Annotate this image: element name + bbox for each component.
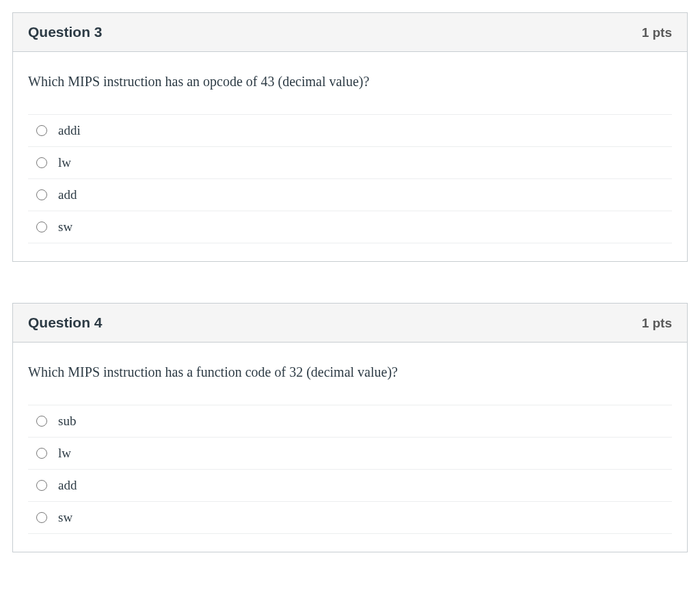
answer-list: sub lw add sw bbox=[28, 405, 672, 534]
question-header: Question 4 1 pts bbox=[13, 304, 687, 343]
answer-option[interactable]: sw bbox=[28, 502, 672, 534]
answer-option[interactable]: addi bbox=[28, 115, 672, 147]
question-points: 1 pts bbox=[642, 25, 672, 40]
answer-option[interactable]: lw bbox=[28, 438, 672, 470]
answer-label: add bbox=[58, 187, 77, 202]
question-title: Question 4 bbox=[28, 314, 103, 331]
answer-label: sub bbox=[58, 414, 76, 429]
answer-label: sw bbox=[58, 510, 72, 525]
answer-list: addi lw add sw bbox=[28, 114, 672, 243]
answer-radio[interactable] bbox=[36, 512, 47, 523]
answer-label: add bbox=[58, 478, 77, 493]
answer-radio[interactable] bbox=[36, 448, 47, 459]
question-card-3: Question 3 1 pts Which MIPS instruction … bbox=[12, 12, 688, 262]
question-prompt: Which MIPS instruction has an opcode of … bbox=[28, 72, 672, 91]
answer-option[interactable]: add bbox=[28, 470, 672, 502]
question-card-4: Question 4 1 pts Which MIPS instruction … bbox=[12, 303, 688, 552]
answer-label: lw bbox=[58, 155, 71, 170]
answer-label: addi bbox=[58, 123, 81, 138]
answer-option[interactable]: lw bbox=[28, 147, 672, 179]
question-prompt: Which MIPS instruction has a function co… bbox=[28, 363, 672, 381]
answer-option[interactable]: sw bbox=[28, 211, 672, 243]
question-body: Which MIPS instruction has an opcode of … bbox=[13, 52, 687, 261]
answer-radio[interactable] bbox=[36, 189, 47, 200]
quiz-page: Question 3 1 pts Which MIPS instruction … bbox=[0, 0, 700, 573]
question-points: 1 pts bbox=[642, 316, 672, 331]
answer-radio[interactable] bbox=[36, 157, 47, 168]
answer-label: sw bbox=[58, 219, 72, 234]
answer-radio[interactable] bbox=[36, 222, 47, 232]
answer-label: lw bbox=[58, 446, 71, 461]
answer-option[interactable]: sub bbox=[28, 405, 672, 438]
question-header: Question 3 1 pts bbox=[13, 13, 687, 52]
answer-radio[interactable] bbox=[36, 416, 47, 427]
answer-radio[interactable] bbox=[36, 480, 47, 491]
question-title: Question 3 bbox=[28, 24, 103, 40]
answer-radio[interactable] bbox=[36, 125, 47, 136]
question-body: Which MIPS instruction has a function co… bbox=[13, 343, 687, 552]
answer-option[interactable]: add bbox=[28, 179, 672, 211]
